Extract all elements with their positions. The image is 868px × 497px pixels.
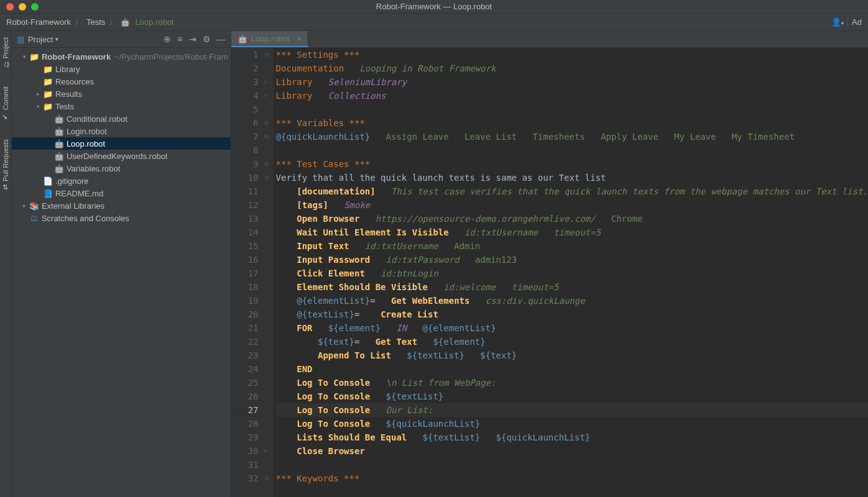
toolstrip-project[interactable]: 🗂Project (2, 37, 9, 68)
hide-icon[interactable]: — (217, 34, 226, 44)
titlebar: Robot-Framework — Loop.robot (0, 0, 868, 14)
toolstrip-commit[interactable]: ✔Commit (1, 86, 9, 121)
left-toolstrip: 🗂Project ✔Commit ⇅Pull Requests (0, 31, 12, 497)
tree-file[interactable]: 🤖Variables.robot (12, 162, 231, 175)
close-window-icon[interactable] (6, 3, 14, 11)
gear-icon[interactable]: ⚙ (203, 34, 211, 44)
tree-file[interactable]: 🤖UserDefinedKeywords.robot (12, 150, 231, 162)
editor-tabs: 🤖 Loop.robot × (231, 31, 868, 48)
tree-folder-results[interactable]: ▸📁Results (12, 88, 231, 100)
breadcrumb-root[interactable]: Robot-Framework (6, 17, 71, 27)
fold-column: ⊟⊢⊢⊟⊟⊟⊟⊢⊟ (265, 48, 274, 497)
main-area: 🗂Project ✔Commit ⇅Pull Requests ▥ Projec… (0, 31, 868, 497)
code-area[interactable]: 1234567891011121314151617181920212223242… (231, 48, 868, 497)
breadcrumb-file[interactable]: Loop.robot (135, 17, 173, 27)
breadcrumb-folder[interactable]: Tests (86, 17, 105, 27)
project-view-icon: ▥ (17, 35, 24, 44)
tree-external-libraries[interactable]: ▸📚External Libraries (12, 199, 231, 212)
chevron-right-icon: 〉 (75, 17, 83, 28)
maximize-window-icon[interactable] (31, 3, 39, 11)
code-content[interactable]: *** Settings ***Documentation Looping in… (274, 48, 868, 497)
editor: 🤖 Loop.robot × 1234567891011121314151617… (231, 31, 868, 497)
project-panel-title[interactable]: Project (28, 35, 53, 44)
breadcrumb: Robot-Framework 〉 Tests 〉 🤖 Loop.robot (6, 17, 174, 28)
navbar-right: 👤▾ Ad (831, 17, 862, 27)
project-tree[interactable]: ▾📁Robot-Framework~/PycharmProjects/Robot… (12, 48, 231, 227)
toolstrip-pull-requests[interactable]: ⇅Pull Requests (1, 139, 9, 189)
expand-icon[interactable]: ≡ (177, 34, 182, 44)
separator (847, 17, 848, 27)
tree-folder-tests[interactable]: ▾📁Tests (12, 100, 231, 112)
tree-file[interactable]: 🤖Login.robot (12, 125, 231, 137)
navigation-bar: Robot-Framework 〉 Tests 〉 🤖 Loop.robot 👤… (0, 14, 868, 31)
tree-folder-resources[interactable]: 📁Resources (12, 75, 231, 88)
tree-file[interactable]: 🤖Conditional.robot (12, 112, 231, 125)
close-tab-icon[interactable]: × (297, 34, 302, 43)
editor-tab-active[interactable]: 🤖 Loop.robot × (231, 31, 309, 47)
chevron-down-icon[interactable]: ▾ (55, 36, 58, 42)
tree-root[interactable]: ▾📁Robot-Framework~/PycharmProjects/Robot… (12, 50, 231, 63)
editor-tab-label: Loop.robot (251, 34, 290, 43)
project-panel: ▥ Project ▾ ⊕ ≡ ⇥ ⚙ — ▾📁Robot-Framework~… (12, 31, 231, 497)
window-title: Robot-Framework — Loop.robot (376, 2, 492, 11)
minimize-window-icon[interactable] (19, 3, 26, 11)
tree-scratches[interactable]: 🗂Scratches and Consoles (12, 212, 231, 224)
traffic-lights (6, 3, 39, 11)
tree-file-selected[interactable]: 🤖Loop.robot (12, 137, 231, 150)
nav-right-text[interactable]: Ad (852, 17, 862, 27)
tree-file-gitignore[interactable]: 📄.gitignore (12, 175, 231, 187)
tree-folder-library[interactable]: 📁Library (12, 63, 231, 75)
robot-icon: 🤖 (121, 18, 130, 27)
chevron-right-icon: 〉 (109, 17, 117, 28)
locate-icon[interactable]: ⊕ (164, 34, 171, 44)
tree-file-readme[interactable]: 📘README.md (12, 187, 231, 199)
robot-icon: 🤖 (238, 34, 247, 43)
user-icon[interactable]: 👤▾ (831, 17, 844, 27)
project-panel-header: ▥ Project ▾ ⊕ ≡ ⇥ ⚙ — (12, 31, 231, 48)
line-number-gutter: 1234567891011121314151617181920212223242… (231, 48, 265, 497)
collapse-icon[interactable]: ⇥ (189, 34, 196, 44)
